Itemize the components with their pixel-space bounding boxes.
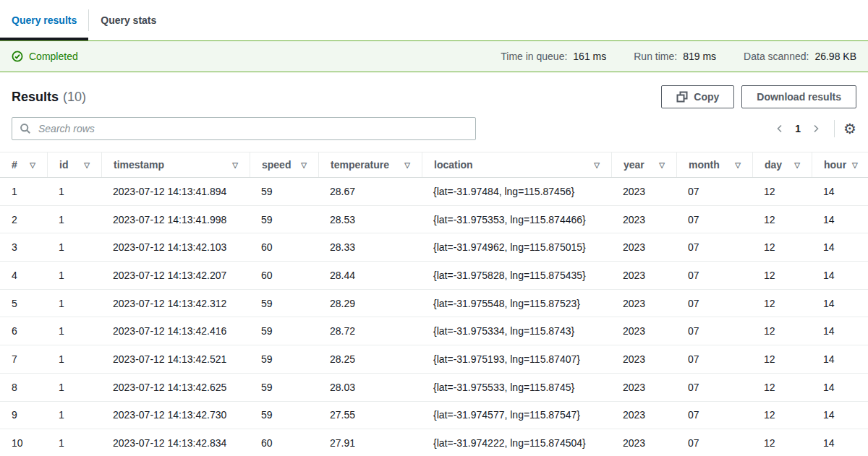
filter-icon[interactable]: ▽	[232, 161, 238, 169]
column-header-speed: speed▽	[250, 152, 318, 177]
table-cell: 2023	[611, 437, 676, 449]
table-cell: {lat=-31.975353, lng=115.874466}	[422, 214, 611, 225]
table-cell: 8	[0, 382, 47, 393]
table-cell: 2023	[611, 353, 676, 365]
pagination: 1 ⚙	[770, 119, 856, 138]
filter-icon[interactable]: ▽	[794, 161, 800, 169]
table-cell: 14	[812, 325, 868, 337]
table-cell: 12	[752, 241, 812, 253]
table-cell: 1	[0, 186, 47, 197]
table-cell: 2023-07-12 14:13:42.207	[101, 270, 250, 281]
tab-query-results-label: Query results	[12, 14, 77, 26]
filter-icon[interactable]: ▽	[852, 161, 858, 169]
table-cell: 2023	[611, 409, 676, 421]
column-header-day: day▽	[752, 152, 812, 177]
column-header-label: year	[624, 159, 644, 171]
gear-icon[interactable]: ⚙	[843, 121, 856, 136]
table-cell: 2023-07-12 14:13:42.730	[101, 409, 250, 421]
table-cell: {lat=-31.975828, lng=115.875435}	[422, 270, 611, 281]
table-cell: 7	[0, 353, 47, 365]
filter-icon[interactable]: ▽	[594, 161, 600, 169]
current-page[interactable]: 1	[789, 123, 807, 134]
next-page-button[interactable]	[807, 119, 825, 138]
table-cell: 12	[752, 270, 812, 281]
prev-page-button[interactable]	[770, 119, 789, 138]
table-cell: 4	[0, 270, 47, 281]
table-row: 412023-07-12 14:13:42.2076028.44{lat=-31…	[0, 262, 868, 290]
column-header-hour: hour▽	[812, 152, 868, 177]
table-row: 112023-07-12 14:13:41.8945928.67{lat=-31…	[0, 178, 868, 206]
table-row: 612023-07-12 14:13:42.4165928.72{lat=-31…	[0, 317, 868, 345]
table-cell: {lat=-31.975548, lng=115.87523}	[422, 298, 611, 309]
table-cell: 3	[0, 241, 47, 253]
table-cell: 07	[676, 325, 752, 337]
metric-value: 819 ms	[683, 51, 716, 62]
table-cell: 28.72	[318, 325, 422, 337]
download-results-button[interactable]: Download results	[741, 85, 856, 108]
table-cell: 07	[676, 186, 752, 197]
column-header-temperature: temperature▽	[318, 152, 422, 177]
results-count: (10)	[63, 90, 86, 104]
completed-check-icon	[12, 51, 23, 62]
table-cell: 12	[752, 409, 812, 421]
table-cell: 2023-07-12 14:13:42.625	[101, 382, 250, 393]
tab-query-stats-label: Query stats	[101, 14, 156, 26]
table-cell: 1	[47, 270, 101, 281]
table-cell: 07	[676, 437, 752, 449]
copy-icon	[676, 91, 688, 103]
table-cell: 60	[250, 241, 318, 253]
search-icon	[20, 123, 31, 134]
table-cell: 1	[47, 382, 101, 393]
filter-icon[interactable]: ▽	[30, 161, 35, 169]
table-cell: 28.03	[318, 382, 422, 393]
table-cell: 2023	[611, 270, 676, 281]
status-bar: Completed Time in queue: 161 ms Run time…	[0, 40, 868, 72]
table-cell: 1	[47, 409, 101, 421]
table-cell: 1	[47, 325, 101, 337]
metric-label: Run time:	[634, 51, 677, 62]
results-table: #▽id▽timestamp▽speed▽temperature▽locatio…	[0, 152, 868, 456]
metric-data-scanned: Data scanned: 26.98 KB	[744, 51, 856, 62]
table-cell: {lat=-31.974222, lng=115.874504}	[422, 437, 611, 449]
table-cell: 28.33	[318, 241, 422, 253]
results-header: Results(10) Copy Download results	[12, 85, 856, 108]
table-cell: 60	[250, 270, 318, 281]
column-header-label: hour	[824, 159, 846, 171]
table-cell: 60	[250, 437, 318, 449]
search-input[interactable]	[37, 122, 468, 135]
results-title: Results	[12, 90, 59, 104]
metric-value: 161 ms	[573, 51, 606, 62]
table-controls: 1 ⚙	[12, 117, 856, 140]
table-cell: {lat=-31.97484, lng=115.87456}	[422, 186, 611, 197]
filter-icon[interactable]: ▽	[735, 161, 741, 169]
filter-icon[interactable]: ▽	[84, 161, 90, 169]
table-cell: 59	[250, 298, 318, 309]
copy-button[interactable]: Copy	[661, 85, 734, 108]
filter-icon[interactable]: ▽	[659, 161, 665, 169]
table-cell: 1	[47, 298, 101, 309]
table-cell: 59	[250, 214, 318, 225]
table-cell: 6	[0, 325, 47, 337]
status-text: Completed	[29, 51, 78, 62]
download-results-label: Download results	[757, 91, 841, 103]
table-cell: 28.67	[318, 186, 422, 197]
column-header-label: id	[59, 159, 68, 171]
table-cell: 14	[812, 382, 868, 393]
table-cell: 12	[752, 186, 812, 197]
tab-query-stats[interactable]: Query stats	[89, 0, 168, 40]
search-box[interactable]	[12, 117, 476, 140]
tab-query-results[interactable]: Query results	[0, 0, 88, 40]
filter-icon[interactable]: ▽	[301, 161, 307, 169]
table-cell: 14	[812, 270, 868, 281]
table-cell: 27.91	[318, 437, 422, 449]
table-row: 712023-07-12 14:13:42.5215928.25{lat=-31…	[0, 345, 868, 374]
table-cell: 12	[752, 298, 812, 309]
table-cell: 2023-07-12 14:13:42.834	[101, 437, 250, 449]
table-cell: 14	[812, 353, 868, 365]
metric-time-in-queue: Time in queue: 161 ms	[501, 51, 606, 62]
table-cell: {lat=-31.974962, lng=115.875015}	[422, 241, 611, 253]
table-cell: 12	[752, 437, 812, 449]
filter-icon[interactable]: ▽	[404, 161, 410, 169]
table-cell: 2023-07-12 14:13:42.312	[101, 298, 250, 309]
table-row: 512023-07-12 14:13:42.3125928.29{lat=-31…	[0, 290, 868, 318]
